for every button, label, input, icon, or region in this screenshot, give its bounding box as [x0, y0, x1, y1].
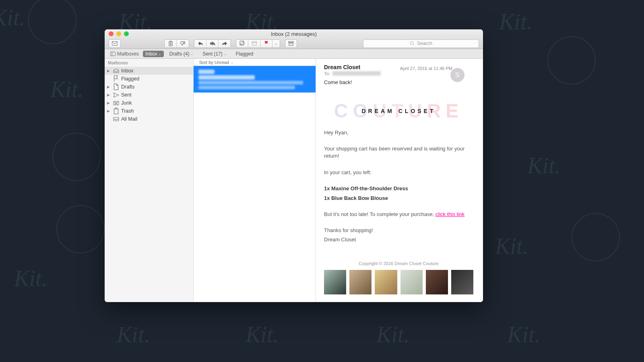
flag-icon: [113, 75, 119, 82]
sidebar-item-junk[interactable]: ▶Junk: [105, 99, 193, 107]
blurred-recipient: [332, 71, 381, 76]
disclosure-icon: ▶: [107, 109, 111, 113]
main-area: Mailboxes ▶Inbox Flagged ▶Drafts ▶Sent ▶…: [105, 59, 483, 302]
disclosure-icon: ▶: [107, 69, 111, 73]
svg-rect-7: [110, 52, 115, 56]
greeting: Hey Ryan,: [324, 129, 473, 136]
drafts-favorite[interactable]: Drafts (4)⌄: [165, 51, 197, 57]
sent-favorite[interactable]: Sent (17)⌄: [199, 51, 230, 57]
svg-point-6: [410, 41, 413, 45]
complete-purchase-link[interactable]: click this link: [436, 211, 464, 217]
delete-junk-group: [164, 39, 189, 48]
disclosure-icon: ▶: [107, 101, 111, 105]
sort-header[interactable]: Sort by Unread⌄: [194, 59, 316, 66]
sidebar-item-allmail[interactable]: All Mail: [105, 115, 193, 123]
flag-menu-button[interactable]: ⌄: [272, 40, 280, 47]
minimize-window-button[interactable]: [116, 31, 121, 36]
blurred-preview: [198, 86, 295, 89]
message-viewer: S Dream Closet To: April 27, 2015 at 11:…: [316, 59, 483, 302]
archive-icon: [252, 41, 257, 46]
trash-icon: [113, 107, 119, 115]
forward-button[interactable]: [219, 40, 231, 47]
to-line: To:: [324, 71, 381, 76]
blurred-subject: [198, 75, 255, 80]
tray-icon: [113, 117, 119, 121]
compose-group: ⌄: [236, 39, 280, 48]
thumbnail[interactable]: [375, 270, 397, 294]
document-icon: [113, 83, 119, 90]
window-title: Inbox (2 messages): [105, 31, 483, 37]
flag-icon: [264, 41, 269, 46]
titlebar: Inbox (2 messages): [105, 29, 483, 38]
sidebar-item-sent[interactable]: ▶Sent: [105, 91, 193, 99]
copyright: Copyright © 2016 Dream Closet Couture: [324, 252, 473, 270]
svg-rect-5: [289, 43, 293, 45]
sidebar-item-drafts[interactable]: ▶Drafts: [105, 83, 193, 91]
archive-box-icon: [288, 41, 294, 46]
chevron-down-icon: ⌄: [231, 60, 234, 64]
signature: Dream Closet: [324, 236, 473, 243]
thumbnail[interactable]: [451, 270, 473, 294]
move-button[interactable]: [285, 39, 297, 48]
blurred-sender: [198, 70, 215, 74]
svg-rect-3: [252, 43, 256, 45]
reply-button[interactable]: [194, 40, 206, 47]
cart-item: 1x Blue Back Bow Blouse: [324, 195, 473, 202]
traffic-lights: [105, 31, 129, 36]
subject: Come back!: [324, 79, 473, 85]
mail-window: Inbox (2 messages) ⌄ Search Mailboxes In…: [105, 29, 483, 302]
chevron-down-icon: ⌄: [275, 41, 278, 45]
avatar: S: [450, 68, 464, 82]
thumbnail[interactable]: [349, 270, 372, 294]
mailboxes-toggle[interactable]: Mailboxes: [108, 51, 141, 57]
disclosure-icon: ▶: [107, 85, 111, 89]
sidebar-icon: [110, 51, 116, 57]
inbox-icon: [113, 69, 119, 73]
body-line: In your cart, you left:: [324, 169, 473, 176]
message-body: Hey Ryan, Your shopping cart has been re…: [324, 129, 473, 243]
thanks-line: Thanks for shopping!: [324, 227, 473, 234]
disclosure-icon: ▶: [107, 93, 111, 97]
svg-rect-0: [112, 41, 117, 45]
sidebar-item-inbox[interactable]: ▶Inbox: [105, 67, 193, 75]
sidebar-item-trash[interactable]: ▶Trash: [105, 107, 193, 115]
junk-button[interactable]: [177, 40, 189, 47]
envelope-icon: [112, 41, 118, 46]
message-list-item[interactable]: [194, 66, 316, 93]
product-thumbnails: [324, 270, 473, 296]
compose-button[interactable]: [236, 40, 248, 47]
message-list: Sort by Unread⌄: [194, 59, 316, 302]
search-icon: [410, 41, 415, 46]
inbox-pill[interactable]: Inbox⌄: [143, 51, 164, 57]
chevron-down-icon: ⌄: [224, 52, 227, 56]
reply-all-button[interactable]: [206, 40, 219, 47]
thumbnail[interactable]: [324, 270, 346, 294]
close-window-button[interactable]: [109, 31, 114, 36]
flag-button[interactable]: [260, 40, 272, 47]
get-mail-button[interactable]: [109, 39, 121, 48]
delete-button[interactable]: [165, 40, 177, 47]
brand-logo: COUTURE DREAM CLOSET: [324, 93, 473, 129]
compose-icon: [239, 41, 245, 46]
chevron-down-icon: ⌄: [158, 52, 161, 56]
sidebar-header: Mailboxes: [105, 59, 193, 67]
blurred-preview: [198, 81, 303, 84]
timestamp: April 27, 2015 at 11:46 PM: [400, 65, 452, 71]
mailboxes-sidebar: Mailboxes ▶Inbox Flagged ▶Drafts ▶Sent ▶…: [105, 59, 194, 302]
sidebar-item-flagged[interactable]: Flagged: [105, 75, 193, 83]
thumbnail[interactable]: [426, 270, 448, 294]
archive-button[interactable]: [248, 40, 260, 47]
search-input[interactable]: Search: [363, 39, 479, 48]
zoom-window-button[interactable]: [124, 31, 129, 36]
thumbnail[interactable]: [400, 270, 423, 294]
reply-icon: [198, 41, 203, 46]
toolbar: ⌄ Search: [105, 38, 483, 49]
body-line: Your shopping cart has been reserved and…: [324, 145, 473, 160]
favorites-bar: Mailboxes Inbox⌄ Drafts (4)⌄ Sent (17)⌄ …: [105, 49, 483, 59]
cart-item: 1x Maxine Off-the-Shoulder Dress: [324, 185, 473, 192]
flagged-favorite[interactable]: Flagged: [232, 51, 257, 57]
junk-icon: [113, 101, 119, 106]
reply-group: [194, 39, 231, 48]
paper-plane-icon: [113, 93, 119, 98]
trash-icon: [168, 41, 173, 46]
